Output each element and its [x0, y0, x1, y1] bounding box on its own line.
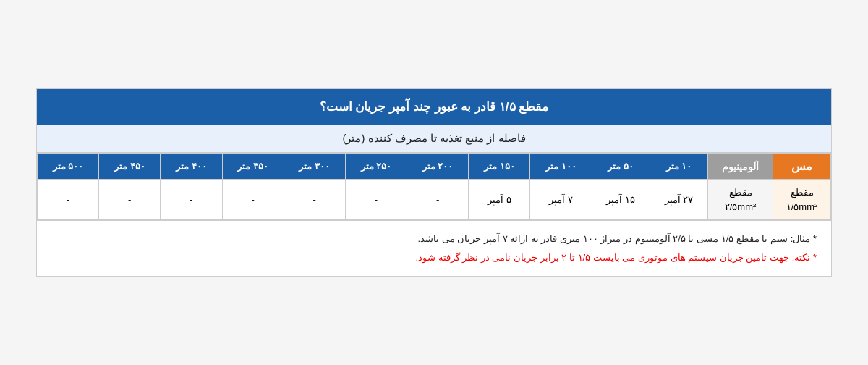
- header-aluminum: آلومینیوم: [708, 154, 773, 180]
- cell-copper: مقطع ۱/۵mm²: [773, 180, 831, 220]
- header-d6: ۳۰۰ متر: [284, 154, 345, 180]
- header-d4: ۲۰۰ متر: [407, 154, 469, 180]
- header-d7: ۳۵۰ متر: [222, 154, 284, 180]
- header-d10: ۵۰۰ متر: [38, 154, 99, 180]
- cell-v0: ۲۷ آمپر: [650, 180, 707, 220]
- header-d0: ۱۰ متر: [650, 154, 707, 180]
- subtitle-text: فاصله از منبع تغذیه تا مصرف کننده (متر): [342, 132, 525, 144]
- cell-v5: -: [345, 180, 407, 220]
- main-container: مقطع ۱/۵ قادر به عبور چند آمپر جریان است…: [36, 88, 832, 277]
- data-table: مس آلومینیوم ۱۰ متر ۵۰ متر ۱۰۰ متر ۱۵۰ م…: [37, 153, 831, 220]
- cell-aluminum: مقطع ۲/۵mm²: [708, 180, 773, 220]
- header-d9: ۴۵۰ متر: [99, 154, 161, 180]
- header-d2: ۱۰۰ متر: [530, 154, 592, 180]
- cell-v8: -: [161, 180, 222, 220]
- title-text: مقطع ۱/۵ قادر به عبور چند آمپر جریان است…: [320, 100, 549, 114]
- footer: * مثال: سیم با مقطع ۱/۵ مسی یا ۲/۵ آلومی…: [37, 220, 831, 276]
- header-d3: ۱۵۰ متر: [469, 154, 530, 180]
- table-row: مقطع ۱/۵mm² مقطع ۲/۵mm² ۲۷ آمپر ۱۵ آمپر …: [38, 180, 831, 220]
- header-d5: ۲۵۰ متر: [345, 154, 407, 180]
- footer-note2: * نکته: جهت تامین جریان سیستم های موتوری…: [51, 248, 817, 267]
- footer-note1: * مثال: سیم با مقطع ۱/۵ مسی یا ۲/۵ آلومی…: [51, 230, 817, 248]
- table-title: مقطع ۱/۵ قادر به عبور چند آمپر جریان است…: [37, 89, 831, 125]
- cell-v1: ۱۵ آمپر: [592, 180, 650, 220]
- header-d1: ۵۰ متر: [592, 154, 650, 180]
- header-d8: ۴۰۰ متر: [161, 154, 222, 180]
- cell-v9: -: [99, 180, 161, 220]
- cell-v4: -: [407, 180, 469, 220]
- cell-v6: -: [284, 180, 345, 220]
- aluminum-label: آلومینیوم: [722, 161, 759, 172]
- cell-v10: -: [38, 180, 99, 220]
- cell-v2: ۷ آمپر: [530, 180, 592, 220]
- table-subtitle: فاصله از منبع تغذیه تا مصرف کننده (متر): [37, 125, 831, 153]
- copper-label: مس: [791, 160, 812, 172]
- cell-v7: -: [222, 180, 284, 220]
- cell-v3: ۵ آمپر: [469, 180, 530, 220]
- header-copper: مس: [773, 154, 831, 180]
